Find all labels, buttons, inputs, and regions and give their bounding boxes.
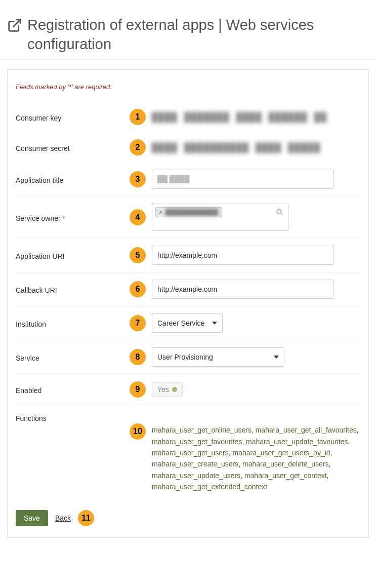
input-application-uri[interactable]: [152, 246, 334, 265]
external-link-icon: [7, 18, 22, 38]
function-link[interactable]: mahara_user_get_all_favourites: [256, 426, 357, 434]
row-service: Service 8 User Provisioning: [16, 340, 360, 374]
toggle-enabled[interactable]: Yes: [152, 382, 183, 397]
row-service-owner: Service owner * 4 × ███████████: [16, 197, 360, 239]
badge-4: 4: [130, 209, 146, 225]
page-title-text: Registration of external apps | Web serv…: [27, 16, 369, 54]
chevron-down-icon: [274, 356, 279, 359]
chevron-down-icon: [212, 322, 217, 325]
label-service-owner: Service owner *: [16, 212, 130, 222]
form-card: Fields marked by '*' are required. Consu…: [7, 69, 369, 537]
badge-1: 1: [130, 109, 146, 125]
function-link[interactable]: mahara_user_get_extended_context: [152, 483, 267, 491]
badge-6: 6: [130, 281, 146, 297]
function-link[interactable]: mahara_user_get_favourites: [152, 438, 242, 446]
row-application-title: Application title 3: [16, 163, 360, 197]
badge-5: 5: [130, 247, 146, 263]
row-consumer-key: Consumer key 1 ████ ███████ ████ ██████ …: [16, 102, 360, 132]
badge-2: 2: [130, 139, 146, 155]
save-button[interactable]: Save: [16, 510, 48, 526]
badge-3: 3: [130, 171, 146, 187]
function-link[interactable]: mahara_user_get_users_by_id: [233, 449, 330, 457]
svg-line-0: [14, 20, 21, 27]
label-institution: Institution: [16, 318, 130, 328]
badge-9: 9: [130, 381, 146, 398]
label-consumer-secret: Consumer secret: [16, 142, 130, 152]
label-service-owner-text: Service owner: [16, 214, 61, 222]
label-enabled: Enabled: [16, 384, 130, 395]
input-application-title[interactable]: [152, 170, 334, 189]
row-institution: Institution 7 Career Service: [16, 306, 360, 340]
functions-list: mahara_user_get_online_users, mahara_use…: [152, 423, 360, 492]
function-link[interactable]: mahara_user_create_users: [152, 460, 238, 468]
function-link[interactable]: mahara_user_update_users: [152, 472, 240, 480]
input-service-owner[interactable]: × ███████████: [152, 204, 288, 231]
select-institution-value: Career Service: [157, 319, 204, 327]
function-link[interactable]: mahara_user_update_favourites: [246, 438, 348, 446]
toggle-enabled-label: Yes: [157, 385, 169, 394]
badge-8: 8: [130, 349, 146, 365]
page-title: Registration of external apps | Web serv…: [0, 10, 376, 59]
row-functions: Functions 10 mahara_user_get_online_user…: [16, 405, 360, 499]
select-institution[interactable]: Career Service: [152, 313, 223, 333]
function-link[interactable]: mahara_user_get_online_users: [152, 426, 252, 434]
input-callback-uri[interactable]: [152, 280, 334, 299]
row-consumer-secret: Consumer secret 2 ████ ██████████ ████ █…: [16, 132, 360, 163]
badge-11: 11: [78, 510, 94, 526]
remove-tag-icon[interactable]: ×: [159, 209, 162, 216]
back-link[interactable]: Back: [55, 514, 71, 522]
toggle-dot-icon: [172, 387, 177, 392]
badge-7: 7: [130, 315, 146, 331]
form-actions: Save Back 11: [16, 510, 360, 526]
function-link[interactable]: mahara_user_get_context: [244, 472, 327, 480]
row-enabled: Enabled 9 Yes: [16, 374, 360, 405]
value-consumer-secret: ████ ██████████ ████ █████: [152, 142, 321, 153]
function-link[interactable]: mahara_user_delete_users: [242, 460, 328, 468]
svg-line-2: [281, 213, 282, 215]
required-message: Fields marked by '*' are required.: [16, 83, 360, 91]
badge-10: 10: [130, 423, 146, 440]
label-callback-uri: Callback URI: [16, 284, 130, 294]
select-service[interactable]: User Provisioning: [152, 347, 284, 367]
label-application-title: Application title: [16, 174, 130, 184]
select-service-value: User Provisioning: [157, 353, 213, 361]
label-consumer-key: Consumer key: [16, 112, 130, 122]
row-application-uri: Application URI 5: [16, 239, 360, 272]
service-owner-tag[interactable]: × ███████████: [155, 207, 222, 217]
label-functions: Functions: [16, 412, 130, 422]
required-asterisk: *: [63, 214, 65, 222]
function-link[interactable]: mahara_user_get_users: [152, 449, 229, 457]
search-icon: [276, 208, 283, 217]
label-service: Service: [16, 352, 130, 362]
row-callback-uri: Callback URI 6: [16, 272, 360, 306]
label-application-uri: Application URI: [16, 250, 130, 260]
service-owner-tag-text: ███████████: [165, 209, 219, 216]
value-consumer-key: ████ ███████ ████ ██████ ██: [152, 112, 327, 123]
